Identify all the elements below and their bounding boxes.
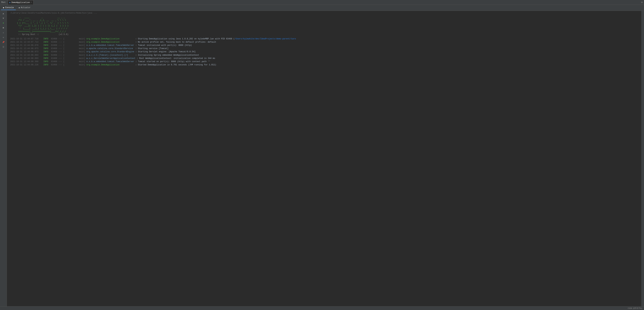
bottom-bar-text: CSDN @半吊子Ky bbox=[628, 307, 642, 310]
log-level: INFO bbox=[44, 47, 51, 50]
log-line: 2021-10-31 12:44:08.073 INFO 63468 --- [… bbox=[10, 47, 638, 50]
actuator-label: Actuator bbox=[21, 6, 30, 9]
log-pid: 63468 --- [ bbox=[51, 41, 66, 44]
log-timestamp: 2021-10-31 12:44:08.368 bbox=[10, 60, 44, 63]
scroll-up-button[interactable]: ▲ bbox=[1, 11, 6, 16]
log-pid: 63468 --- [ bbox=[51, 37, 66, 41]
log-logger: o.apache.catalina.core.StandardService bbox=[86, 47, 134, 50]
settings-icon[interactable]: ⚙ bbox=[641, 1, 643, 4]
log-pid: 63468 --- [ bbox=[51, 60, 66, 63]
log-thread: main] bbox=[66, 50, 85, 53]
log-message: : Tomcat initialized with port(s): 8080 … bbox=[136, 44, 192, 47]
log-message: : No active profile set, falling back to… bbox=[136, 41, 216, 44]
log-timestamp: 2021-10-31 12:44:07.710 bbox=[10, 37, 44, 41]
log-logger: o.s.b.w.embedded.tomcat.TomcatWebServer bbox=[86, 60, 134, 63]
log-level: INFO bbox=[44, 37, 51, 41]
header-right: ⚙ bbox=[641, 1, 644, 4]
log-thread: main] bbox=[66, 37, 85, 41]
pin-button[interactable]: 📌 bbox=[1, 40, 6, 44]
console-icon: ▶ bbox=[3, 6, 4, 9]
log-line: 2021-10-31 12:44:08.073 INFO 63468 --- [… bbox=[10, 50, 638, 53]
tab-console[interactable]: ▶ Console bbox=[1, 5, 16, 10]
tab-actuator[interactable]: ◆ Actuator bbox=[16, 5, 32, 10]
banner-line1: . ____ _ __ _ _ /\\ / ___'_ __ _ _(_)_ _… bbox=[17, 16, 68, 33]
log-pid: 63468 --- [ bbox=[51, 44, 66, 47]
spring-boot-banner: . ____ _ __ _ _ /\\ / ___'_ __ _ _(_)_ _… bbox=[7, 15, 641, 37]
log-timestamp: 2021-10-31 12:44:08.073 bbox=[10, 47, 44, 50]
log-line: 2021-10-31 12:44:07.713 INFO 63468 --- [… bbox=[10, 41, 638, 44]
rerun-button[interactable]: ↺ bbox=[1, 30, 6, 35]
tab-container: ▶ DemoApplication × bbox=[8, 0, 34, 4]
right-gutter bbox=[641, 11, 644, 306]
spring-boot-line: :: Spring Boot :: (v2.5.6) bbox=[17, 33, 68, 36]
log-pid: 63468 --- [ bbox=[51, 54, 66, 57]
log-logger: org.apache.catalina.core.StandardEngine bbox=[86, 50, 134, 53]
log-timestamp: 2021-10-31 12:44:08.226 bbox=[10, 63, 44, 67]
tab-name-label: DemoApplication bbox=[12, 1, 30, 4]
log-timestamp: 2021-10-31 12:44:08.070 bbox=[10, 44, 44, 47]
log-pid: 63468 --- [ bbox=[51, 50, 66, 53]
log-thread: main] bbox=[66, 57, 85, 60]
settings-sidebar-button[interactable]: ⚙ bbox=[1, 35, 6, 39]
log-level: INFO bbox=[44, 57, 51, 60]
log-line: 2021-10-31 12:44:08.368 INFO 63468 --- [… bbox=[10, 60, 638, 63]
log-logger: org.example.DemoApplication bbox=[86, 63, 134, 67]
log-area: 2021-10-31 12:44:07.710 INFO 63468 --- [… bbox=[7, 37, 641, 306]
run-button[interactable]: ● bbox=[1, 21, 6, 25]
java-command-line: /Library/Java/JavaVirtualMachines/zulu-8… bbox=[7, 11, 641, 15]
log-level: INFO bbox=[44, 50, 51, 53]
left-sidebar: ▲ ▼ ● ■ ↺ ⚙ 📌 ☰ bbox=[0, 11, 7, 306]
main-area: ▲ ▼ ● ■ ↺ ⚙ 📌 ☰ /Library/Java/JavaVirtua… bbox=[0, 11, 644, 306]
log-message: : Initializing Spring embedded WebApplic… bbox=[136, 54, 199, 57]
layout-button[interactable]: ☰ bbox=[1, 45, 6, 49]
toolbar-row: ▶ Console ◆ Actuator bbox=[0, 5, 644, 11]
run-label: Run: bbox=[0, 1, 8, 3]
log-logger: o.s.b.w.embedded.tomcat.TomcatWebServer bbox=[86, 44, 134, 47]
header-area: Run: ▶ DemoApplication × ⚙ bbox=[0, 0, 644, 5]
log-timestamp: 2021-10-31 12:44:08.093 bbox=[10, 54, 44, 57]
log-timestamp: 2021-10-31 12:44:08.093 bbox=[10, 57, 44, 60]
log-logger: org.example.DemoApplication bbox=[86, 37, 134, 41]
log-pid: 63468 --- [ bbox=[51, 63, 66, 67]
log-logger: org.example.DemoApplication bbox=[86, 41, 134, 44]
log-level: INFO bbox=[44, 60, 51, 63]
log-message: : Started DemoApplication in 0.701 secon… bbox=[136, 63, 216, 67]
log-message: : Root WebApplicationContext: initializa… bbox=[137, 57, 215, 60]
log-message: : Starting DemoApplication using Java 1.… bbox=[136, 37, 296, 41]
log-link[interactable]: /Users/kylewhite/dev/IdeaProjects/demo-p… bbox=[234, 38, 296, 40]
scroll-down-button[interactable]: ▼ bbox=[1, 16, 6, 20]
log-thread: main] bbox=[66, 47, 85, 50]
log-message: : Tomcat started on port(s): 8080 (http)… bbox=[136, 60, 210, 63]
log-line: 2021-10-31 12:44:07.710 INFO 63468 --- [… bbox=[10, 37, 638, 41]
log-pid: 63468 --- [ bbox=[51, 47, 66, 50]
log-timestamp: 2021-10-31 12:44:07.713 bbox=[10, 41, 44, 44]
tab-close-icon[interactable]: × bbox=[30, 1, 32, 3]
log-thread: main] bbox=[66, 54, 85, 57]
log-message: : Starting service [Tomcat] bbox=[136, 47, 168, 50]
bottom-bar: CSDN @半吊子Ky bbox=[0, 306, 644, 310]
log-thread: main] bbox=[66, 60, 85, 63]
log-pid: 63468 --- [ bbox=[51, 57, 66, 60]
console-label: Console bbox=[5, 6, 14, 9]
actuator-icon: ◆ bbox=[18, 6, 20, 9]
log-timestamp: 2021-10-31 12:44:08.073 bbox=[10, 50, 44, 53]
content-area: /Library/Java/JavaVirtualMachines/zulu-8… bbox=[7, 11, 641, 306]
log-logger: o.a.c.c.C.[Tomcat].[localhost].[/] bbox=[86, 54, 134, 57]
log-line: 2021-10-31 12:44:08.070 INFO 63468 --- [… bbox=[10, 44, 638, 47]
log-line: 2021-10-31 12:44:08.226 INFO 63468 --- [… bbox=[10, 63, 638, 67]
stop-button[interactable]: ■ bbox=[1, 26, 6, 30]
log-line: 2021-10-31 12:44:08.093 INFO 63468 --- [… bbox=[10, 57, 638, 60]
log-thread: main] bbox=[66, 44, 85, 47]
log-level: INFO bbox=[44, 41, 51, 44]
log-line: 2021-10-31 12:44:08.093 INFO 63468 --- [… bbox=[10, 54, 638, 57]
log-logger: w.s.c.ServletWebServerApplicationContext bbox=[86, 57, 136, 60]
log-message: : Starting Servlet engine: [Apache Tomca… bbox=[136, 50, 196, 53]
demo-application-tab[interactable]: ▶ DemoApplication × bbox=[8, 0, 34, 4]
log-thread: main] bbox=[66, 63, 85, 67]
log-thread: main] bbox=[66, 41, 85, 44]
log-level: INFO bbox=[44, 63, 51, 67]
log-level: INFO bbox=[44, 54, 51, 57]
log-level: INFO bbox=[44, 44, 51, 47]
